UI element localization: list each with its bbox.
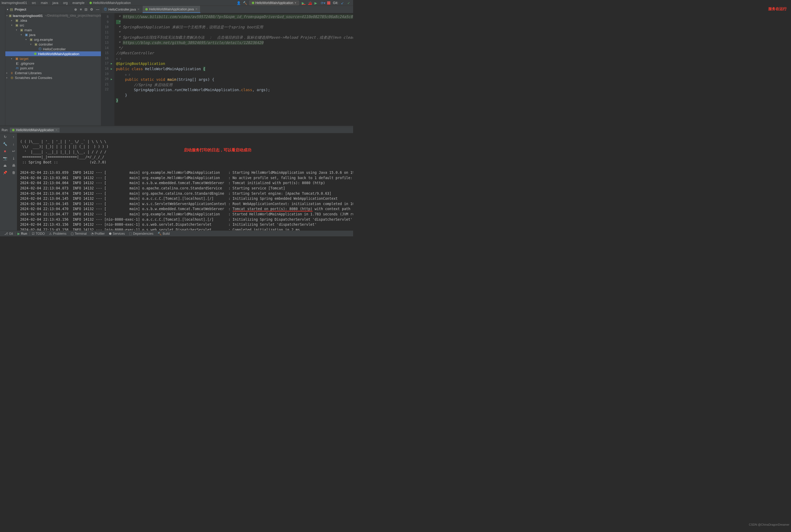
class-icon: Ⓒ xyxy=(104,7,107,12)
tree-folder-idea[interactable]: ▸▣.idea xyxy=(5,18,101,23)
collapse-all-icon[interactable]: ⊟ xyxy=(84,7,88,12)
editor-gutter[interactable]: ▶ ▶ ▶ xyxy=(110,13,114,126)
exit-icon[interactable]: ⏏ xyxy=(3,164,7,168)
project-icon: ▤ xyxy=(10,7,13,12)
tree-folder-src[interactable]: ▾▣src xyxy=(5,23,101,27)
rerun-icon[interactable]: ↻ xyxy=(4,135,7,139)
scroll-end-icon[interactable]: ⤓ xyxy=(12,156,15,160)
tree-external-libraries[interactable]: ▸⫼External Libraries xyxy=(5,71,101,75)
spring-icon: ⬢ xyxy=(12,128,15,132)
stop-icon[interactable]: ■ xyxy=(4,149,6,153)
status-problems[interactable]: ⚠Problems xyxy=(47,232,69,235)
project-tree[interactable]: ▾▣ learnspringboot01~/Desktop/intellij_i… xyxy=(5,13,101,80)
status-todo[interactable]: ☑TODO xyxy=(30,232,47,235)
tree-folder-target[interactable]: ▸▣target xyxy=(5,56,101,61)
console-output[interactable]: ( ( )\___ | '_ | '_| | '_ \/ _` | \ \ \ … xyxy=(17,133,353,230)
spring-icon: ⬢ xyxy=(89,1,92,5)
attach-icon[interactable]: ⟳▾ xyxy=(321,1,325,5)
tree-scratches[interactable]: ▸◎Scratches and Consoles xyxy=(5,75,101,80)
run-configuration-selector[interactable]: ⬢ HelloWorldMainApplication ▼ xyxy=(249,1,299,5)
run-sidebar-left: ↻ 🔧 ■ 📷 ⏏ 📌 xyxy=(0,133,10,230)
tree-folder-main[interactable]: ▾▣main xyxy=(5,27,101,32)
breadcrumb-item[interactable]: java xyxy=(53,1,58,5)
up-icon[interactable]: ↑ xyxy=(13,135,15,139)
project-panel-title: Project xyxy=(15,7,73,12)
vcs-update-icon[interactable]: ↙ xyxy=(341,1,345,5)
gear-icon[interactable]: ⚙ xyxy=(90,7,93,12)
status-services[interactable]: ⬢Services xyxy=(107,232,127,235)
breadcrumb-item[interactable]: learnspringboot01 xyxy=(2,1,27,5)
project-panel: ▾ ▤ Project ⊕ ≡ ⊟ ⚙ — ▾▣ learnspringboot… xyxy=(5,6,101,126)
vcs-commit-icon[interactable]: ✓ xyxy=(347,1,351,5)
print-icon[interactable]: 🖶 xyxy=(12,164,15,168)
status-dependencies[interactable]: ⬚Dependencies xyxy=(127,232,155,235)
close-icon[interactable]: ✕ xyxy=(195,7,198,11)
wrench-icon[interactable]: 🔧 xyxy=(3,142,7,146)
run-tool-window: Run: ⬢ HelloWorldMainApplication ✕ ↻ 🔧 ■… xyxy=(0,127,353,230)
select-target-icon[interactable]: ⊕ xyxy=(74,7,77,12)
navigation-bar: learnspringboot01〉 src〉 main〉 java〉 org〉… xyxy=(0,0,353,6)
run-line-marker-icon[interactable]: ▶ xyxy=(111,66,112,72)
status-bar: ⎇Git ▶Run ☑TODO ⚠Problems ▢Terminal ◔Pro… xyxy=(0,230,353,236)
code-content[interactable]: * https://www.bilibili.com/video/av59572… xyxy=(114,13,353,126)
down-icon[interactable]: ↓ xyxy=(13,142,15,146)
tree-folder-controller[interactable]: ▾▣controller xyxy=(5,42,101,46)
pin-icon[interactable]: 📌 xyxy=(3,171,7,175)
tree-file-pom[interactable]: mpom.xml xyxy=(5,66,101,71)
tree-folder-java[interactable]: ▾▣java xyxy=(5,32,101,37)
editor-area: Ⓒ HelloController.java ✕ ⬢ HelloWorldMai… xyxy=(101,6,353,126)
breadcrumb-item[interactable]: HelloWorldMainApplication xyxy=(93,1,131,5)
camera-icon[interactable]: 📷 xyxy=(3,156,7,160)
expand-all-icon[interactable]: ≡ xyxy=(80,7,82,12)
tree-package[interactable]: ▾▣org.example xyxy=(5,37,101,42)
soft-wrap-icon[interactable]: ↩ xyxy=(12,149,15,153)
spring-icon: ⬢ xyxy=(252,1,254,5)
status-git[interactable]: ⎇Git xyxy=(2,232,15,235)
build-hammer-icon[interactable]: 🔨 xyxy=(243,1,247,5)
run-tab[interactable]: ⬢ HelloWorldMainApplication ✕ xyxy=(10,128,59,132)
status-build[interactable]: 🔨Build xyxy=(155,232,172,235)
git-label: Git: xyxy=(333,1,338,5)
trash-icon[interactable]: 🗑 xyxy=(12,171,15,175)
tree-root[interactable]: ▾▣ learnspringboot01~/Desktop/intellij_i… xyxy=(5,13,101,18)
breadcrumb-item[interactable]: org xyxy=(63,1,67,5)
left-tool-stripe[interactable] xyxy=(0,6,5,126)
close-icon[interactable]: ✕ xyxy=(137,8,140,11)
spring-icon: ⬢ xyxy=(145,7,148,11)
coverage-icon[interactable]: ▶ xyxy=(314,1,318,5)
breadcrumb-item[interactable]: src xyxy=(32,1,36,5)
chevron-down-icon[interactable]: ▾ xyxy=(7,8,8,11)
run-label: Run: xyxy=(2,128,8,132)
tab-hello-main[interactable]: ⬢ HelloWorldMainApplication.java ✕ xyxy=(142,6,200,13)
run-button-icon[interactable]: ▶ xyxy=(302,1,305,5)
tree-file-gitignore[interactable]: ◧.gitignore xyxy=(5,61,101,66)
breadcrumb-item[interactable]: main xyxy=(41,1,48,5)
status-profiler[interactable]: ◔Profiler xyxy=(89,232,107,235)
breadcrumb-item[interactable]: example xyxy=(72,1,84,5)
tab-hello-controller[interactable]: Ⓒ HelloController.java ✕ xyxy=(101,6,142,13)
run-line-marker-icon[interactable]: ▶ xyxy=(111,77,112,82)
run-line-marker-icon[interactable]: ▶ xyxy=(111,61,112,66)
annotation-log: 启动服务打印的日志，可以看启动成功 xyxy=(184,148,251,153)
debug-button-icon[interactable]: 🐞 xyxy=(308,1,312,5)
status-terminal[interactable]: ▢Terminal xyxy=(69,232,89,235)
tree-file-hello-main[interactable]: ⬢HelloWorldMainApplication xyxy=(5,51,101,56)
stop-button-icon[interactable] xyxy=(327,1,330,4)
code-editor[interactable]: 8910111213141516171819202122 ▶ ▶ ▶ * htt… xyxy=(101,13,353,126)
hide-icon[interactable]: — xyxy=(96,7,99,12)
close-icon[interactable]: ✕ xyxy=(55,129,57,131)
editor-tabs: Ⓒ HelloController.java ✕ ⬢ HelloWorldMai… xyxy=(101,6,353,13)
tree-file-hello-controller[interactable]: ⒸHelloController xyxy=(5,46,101,51)
breadcrumb: learnspringboot01〉 src〉 main〉 java〉 org〉… xyxy=(0,1,131,5)
status-run[interactable]: ▶Run xyxy=(15,232,29,235)
run-sidebar-inner: ↑ ↓ ↩ ⤓ 🖶 🗑 xyxy=(10,133,17,230)
line-numbers: 8910111213141516171819202122 xyxy=(101,13,110,126)
user-icon[interactable]: 👤▾ xyxy=(236,1,240,5)
